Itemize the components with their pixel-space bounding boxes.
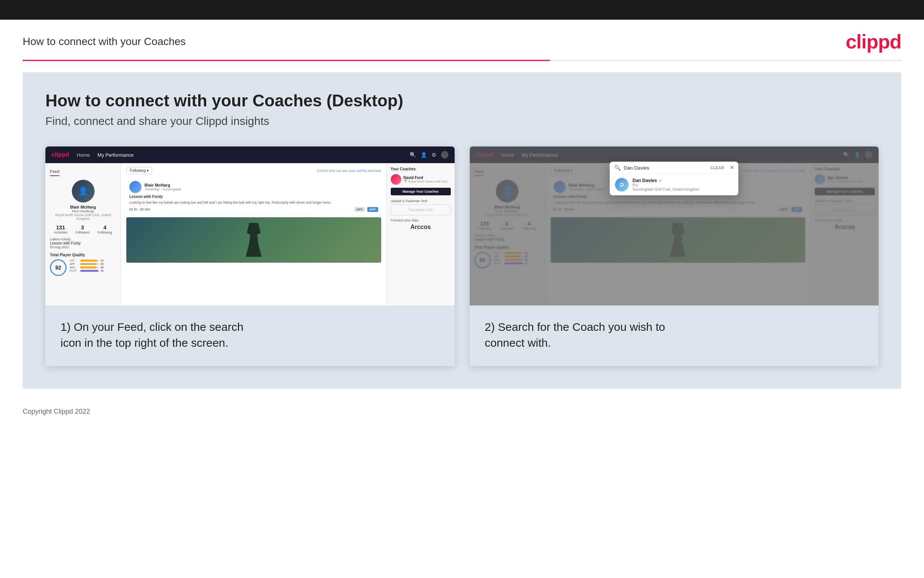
bar-fill-putt bbox=[80, 270, 98, 272]
nav-my-performance[interactable]: My Performance bbox=[97, 152, 134, 158]
control-link[interactable]: Control who can see your activity and da… bbox=[317, 169, 381, 173]
app-navbar: clippd Home My Performance 🔍 👤 ⚙ bbox=[45, 146, 455, 163]
profile-area: 👤 Blair McHarg Plus Handicap Royal North… bbox=[50, 180, 116, 221]
app-left-panel: Feed 👤 Blair McHarg Plus Handicap Royal … bbox=[45, 163, 121, 305]
settings-icon[interactable]: ⚙ bbox=[432, 152, 437, 158]
result-name-text: Dan Davies bbox=[633, 178, 657, 183]
bar-val-app: 85 bbox=[100, 263, 104, 265]
coach-entry-avatar bbox=[391, 174, 401, 185]
mock-app-2: clippd Home My Performance 🔍 👤 Feed bbox=[470, 146, 879, 305]
profile-handicap: Plus Handicap bbox=[50, 209, 116, 213]
latest-activity-label: Latest Activity bbox=[50, 237, 116, 241]
perf-score-circle: 92 bbox=[50, 259, 66, 276]
golfer-silhouette bbox=[243, 223, 265, 257]
page-title: How to connect with your Coaches bbox=[23, 36, 186, 48]
search-input-modal[interactable]: Dan Davies bbox=[624, 165, 707, 171]
lesson-title: Lesson with Fordy bbox=[129, 195, 378, 199]
bar-track-arg bbox=[80, 266, 99, 268]
trackman-title: Upload a Trackman Test bbox=[391, 199, 451, 203]
lesson-card: Blair McHarg Yesterday · Sunningdale Les… bbox=[126, 178, 381, 214]
clear-button[interactable]: CLEAR bbox=[710, 166, 724, 170]
section-title: How to connect with your Coaches (Deskto… bbox=[45, 91, 879, 110]
caption-area-2: 2) Search for the Coach you wish toconne… bbox=[470, 305, 879, 366]
coach-name: Blair McHarg bbox=[144, 183, 181, 187]
trackman-section: Upload a Trackman Test Trackman Link bbox=[391, 199, 451, 215]
bar-label-putt: PUTT bbox=[70, 270, 79, 272]
coach-sub: Yesterday · Sunningdale bbox=[144, 187, 181, 191]
app-logo: clippd bbox=[52, 151, 69, 158]
search-result-item[interactable]: D Dan Davies ✓ Pro Sunningdale Golf Club… bbox=[610, 174, 738, 195]
connect-section: Connect your data Arccos bbox=[391, 218, 451, 231]
search-bar: 🔍 Dan Davies CLEAR × bbox=[610, 162, 738, 174]
bar-fill-ott bbox=[80, 260, 97, 261]
top-bar bbox=[0, 0, 924, 19]
bar-track-putt bbox=[80, 270, 99, 272]
bar-label-arg: ARG bbox=[70, 266, 79, 269]
perf-bar-ott: OTT 90 bbox=[70, 259, 116, 262]
tag-app[interactable]: APP bbox=[367, 207, 378, 212]
player-perf-title: Total Player Quality bbox=[50, 253, 116, 257]
avatar-icon[interactable] bbox=[441, 151, 448, 159]
following-row: Following ▾ Control who can see your act… bbox=[126, 167, 381, 174]
profile-name: Blair McHarg bbox=[50, 205, 116, 209]
stats-row: 131 Activities 3 Followers 4 Following bbox=[50, 224, 116, 234]
screenshot-1: clippd Home My Performance 🔍 👤 ⚙ Feed bbox=[45, 146, 455, 366]
result-club: Sunningdale Golf Club, United Kingdom bbox=[633, 187, 699, 192]
profile-club: Royal North Devon Golf Club, United King… bbox=[50, 213, 116, 221]
bar-label-ott: OTT bbox=[70, 259, 79, 262]
latest-activity-name: Lesson with Fordy bbox=[50, 241, 116, 245]
app-body-1: Feed 👤 Blair McHarg Plus Handicap Royal … bbox=[45, 163, 455, 305]
duration-value: 01 hr : 30 min bbox=[129, 208, 150, 211]
screenshot-2: clippd Home My Performance 🔍 👤 Feed bbox=[470, 146, 879, 366]
lesson-photo bbox=[126, 217, 381, 263]
mock-app-1: clippd Home My Performance 🔍 👤 ⚙ Feed bbox=[45, 146, 455, 305]
tag-off[interactable]: OFF bbox=[354, 207, 365, 212]
bar-val-ott: 90 bbox=[100, 259, 104, 262]
search-icon[interactable]: 🔍 bbox=[409, 152, 416, 158]
feed-tab[interactable]: Feed bbox=[50, 169, 59, 176]
app-middle-panel: Following ▾ Control who can see your act… bbox=[121, 163, 387, 305]
following-count: 4 bbox=[97, 224, 112, 231]
copyright-text: Copyright Clippd 2022 bbox=[23, 408, 90, 415]
bar-val-arg: 86 bbox=[100, 266, 104, 269]
footer: Copyright Clippd 2022 bbox=[0, 400, 924, 423]
coach-club-text: Royal North Devon Golf Club bbox=[408, 180, 447, 183]
result-role: Pro bbox=[633, 183, 699, 187]
profile-avatar: 👤 bbox=[72, 180, 95, 203]
coach-entry-david: David Ford 📍 Royal North Devon Golf Club bbox=[391, 174, 451, 185]
coach-entry-name: David Ford bbox=[404, 175, 447, 180]
app-right-panel: Your Coaches David Ford 📍 Royal North De… bbox=[387, 163, 455, 305]
screenshots-row: clippd Home My Performance 🔍 👤 ⚙ Feed bbox=[45, 146, 879, 366]
arccos-logo: Arccos bbox=[391, 224, 451, 231]
following-button[interactable]: Following ▾ bbox=[126, 167, 152, 174]
header-divider bbox=[23, 60, 901, 61]
clippd-logo: clippd bbox=[846, 30, 901, 53]
perf-bar-arg: ARG 86 bbox=[70, 266, 116, 269]
caption-2: 2) Search for the Coach you wish toconne… bbox=[485, 319, 864, 351]
result-avatar: D bbox=[615, 178, 629, 192]
coach-avatar bbox=[129, 181, 141, 193]
location-icon: 📍 bbox=[404, 180, 407, 183]
bar-fill-app bbox=[80, 263, 96, 265]
followers-count: 3 bbox=[75, 224, 90, 231]
perf-section: 92 OTT 90 bbox=[50, 259, 116, 276]
manage-coaches-button[interactable]: Manage Your Coaches bbox=[391, 188, 451, 195]
bar-val-putt: 96 bbox=[100, 270, 104, 272]
your-coaches-title: Your Coaches bbox=[391, 167, 451, 171]
bar-track-ott bbox=[80, 260, 99, 261]
coach-entry-club: 📍 Royal North Devon Golf Club bbox=[404, 180, 447, 183]
trackman-placeholder[interactable]: Trackman Link bbox=[391, 205, 451, 215]
header: How to connect with your Coaches clippd bbox=[0, 19, 924, 60]
caption-1: 1) On your Feed, click on the searchicon… bbox=[60, 319, 440, 351]
nav-home[interactable]: Home bbox=[77, 152, 90, 158]
player-performance-section: Total Player Quality 92 OTT bbox=[50, 253, 116, 276]
bar-track-app bbox=[80, 263, 99, 265]
perf-bar-app: APP 85 bbox=[70, 263, 116, 265]
close-search-button[interactable]: × bbox=[730, 165, 734, 171]
bar-fill-arg bbox=[80, 266, 96, 268]
search-modal: 🔍 Dan Davies CLEAR × D Dan Davies ✓ Pro bbox=[610, 162, 738, 195]
coach-header: Blair McHarg Yesterday · Sunningdale bbox=[129, 181, 378, 193]
section-subtitle: Find, connect and share your Clippd insi… bbox=[45, 115, 879, 128]
user-icon[interactable]: 👤 bbox=[421, 152, 427, 158]
lesson-text: Looking to feel like my hands are exitin… bbox=[129, 200, 378, 205]
